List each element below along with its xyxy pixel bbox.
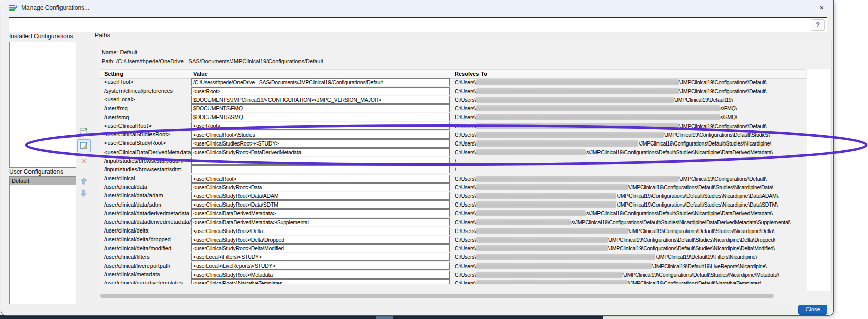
value-cell: $DOCUMENTS\FMQ [191, 104, 451, 113]
value-input[interactable]: <userClinicalDataDerivedMetadata>\Supple… [191, 218, 450, 226]
resolves-suffix: \JMPClinical19\Configurations\Default\ [679, 88, 767, 94]
resolves-cell: C:\Users\\JMPClinical19\Configurations\D… [451, 279, 806, 284]
resolves-prefix: C:\Users\ [455, 176, 476, 182]
edit-configuration-button[interactable] [77, 139, 91, 152]
value-input[interactable]: <userLocal>\LiveReports\<STUDY> [191, 262, 450, 270]
value-cell: <userClinicalStudyRoot>\DataDerivedMetad… [191, 148, 451, 157]
value-cell: <userClinicalStudyRoot>\Delta\Modified [191, 244, 451, 253]
arrow-up-icon [80, 177, 87, 185]
value-cell: <userClinicalStudyRoot>\Metadata [191, 270, 451, 279]
resolves-suffix: s\FMQ\ [720, 105, 737, 111]
config-name-line: Name: Default [102, 49, 137, 55]
user-configurations-label: User Configurations [9, 168, 63, 176]
value-cell: <userClinicalDataDerivedMetadata>\Supple… [191, 218, 451, 226]
installed-configurations-list[interactable] [9, 42, 76, 168]
resolves-cell: C:\Users\\JMPClinical19\Configurations\D… [451, 86, 806, 95]
help-button[interactable]: ? [811, 19, 825, 31]
value-input[interactable]: <userClinicalStudyRoot>\Data [191, 183, 450, 191]
resolves-cell: C:\Users\\JMPClinical19\Configurations\D… [451, 122, 806, 130]
setting-cell: /user/clinical/data/sdtm [100, 200, 191, 209]
setting-cell: /input/studies/browsestart/sdtm [100, 165, 191, 174]
close-button[interactable]: Close [798, 305, 827, 315]
resolves-prefix: C:\Users\ [455, 280, 476, 284]
setting-cell: /input/studies/browsestart/adam [100, 157, 191, 165]
resolves-prefix: C:\Users\ [455, 237, 476, 243]
value-input[interactable]: <userClinicalRoot> [191, 175, 450, 183]
resolves-cell: C:\Users\\JMPClinical19\Configurations\D… [451, 226, 806, 235]
value-cell: <userClinicalStudyRoot>\Data [191, 183, 451, 191]
value-input[interactable]: <userClinicalStudyRoot>\Delta [191, 227, 450, 235]
value-input[interactable]: <userRoot> [191, 122, 450, 130]
setting-cell: <userRoot> [100, 78, 191, 86]
resolves-prefix: C:\Users\ [455, 210, 476, 216]
column-header-value: Value [191, 70, 451, 78]
list-item-default[interactable]: Default [10, 177, 76, 185]
delete-configuration-button[interactable]: ✕ [77, 155, 91, 167]
value-cell: <userRoot> [191, 86, 451, 95]
value-input[interactable]: <userClinicalDataDerivedMetadata> [191, 209, 450, 217]
redacted-text [476, 254, 655, 260]
setting-cell: /user/clinical/narrativetemplates [100, 279, 191, 284]
horizontal-scrollbar-thumb[interactable] [100, 294, 774, 298]
value-input[interactable]: <userClinicalStudyRoot>\Data\SDTM [191, 200, 450, 209]
value-cell: <userClinicalStudyRoot>\Data\SDTM [191, 200, 451, 209]
column-header-setting: Setting [100, 70, 191, 78]
value-cell: <userClinicalStudyRoot>\Delta\Dropped [191, 235, 451, 244]
setting-cell: /user/clinical/data [100, 183, 191, 191]
value-input[interactable]: $DOCUMENTS\SMQ [191, 113, 450, 121]
resolves-cell: C:\Users\\JMPClinical19\Configurations\D… [451, 270, 806, 279]
table-row: /system/clinical/preferences<userRoot>C:… [100, 86, 806, 95]
move-up-button[interactable] [77, 175, 91, 187]
value-input[interactable]: <userClinicalStudyRoot>\Data\ADAM [191, 192, 450, 200]
resolves-suffix: \JMPClinical19\Default19\ [674, 97, 733, 103]
value-input[interactable]: $DOCUMENTS/JMPClinical19/<CONFIGURATION>… [191, 96, 450, 104]
value-input[interactable]: <userClinicalStudyRoot>\Metadata [191, 271, 450, 279]
resolves-suffix: \JMPClinical19\Configurations\Default\St… [608, 245, 775, 251]
resolves-suffix: \JMPClinical19\Configurations\Default\ [679, 176, 767, 182]
setting-cell: /system/clinical/preferences [100, 86, 191, 95]
resolves-prefix: \ [455, 166, 456, 172]
value-input[interactable]: <userClinicalStudyRoot>\DataDerivedMetad… [191, 148, 450, 156]
window-close-icon[interactable]: × [816, 2, 827, 13]
resolves-prefix: C:\Users\ [455, 97, 476, 103]
resolves-suffix: s\JMPClinical19\Configurations\Default\S… [586, 149, 773, 155]
value-input[interactable]: <userClinicalStudyRoot>\Delta\Modified [191, 244, 450, 252]
value-input[interactable]: <userRoot> [191, 87, 450, 95]
table-row: <userClinicalStudiesRoot><userClinicalRo… [100, 130, 806, 139]
value-cell: <userClinicalDataDerivedMetadata> [191, 209, 451, 218]
add-configuration-button[interactable] [77, 125, 91, 137]
table-row: /user/clinical/filters<userLocal>\Filter… [100, 253, 806, 262]
value-input[interactable]: <userClinicalStudiesRoot>\<STUDY> [191, 139, 450, 148]
value-input[interactable]: <userClinicalRoot>\NarrativeTemplates [191, 279, 450, 284]
value-input[interactable] [191, 157, 450, 165]
resolves-suffix: \JMPClinical19\Configurations\Default\St… [623, 272, 779, 278]
move-down-button[interactable] [77, 187, 91, 200]
arrow-down-icon [80, 190, 87, 197]
resolves-cell: C:\Users\\JMPClinical19\Default19\LiveRe… [451, 262, 806, 270]
redacted-text [476, 114, 720, 120]
name-value: Default [119, 49, 137, 55]
resolves-suffix: \JMPClinical19\Configurations\Default\ [679, 123, 767, 129]
add-configuration-icon [80, 127, 88, 135]
value-input[interactable]: $DOCUMENTS\FMQ [191, 104, 450, 112]
setting-cell: /user/smq [100, 113, 191, 122]
value-input[interactable]: <userClinicalRoot>\Studies [191, 131, 450, 139]
setting-cell: /user/clinical/data/adam [100, 191, 191, 200]
value-cell: <userClinicalRoot>\NarrativeTemplates [191, 279, 451, 284]
value-input[interactable]: <userClinicalStudyRoot>\Delta\Dropped [191, 236, 450, 244]
table-row: /user/smq$DOCUMENTS\SMQC:\Users\s\SMQ\ [100, 113, 806, 122]
resolves-prefix: C:\Users\ [455, 149, 476, 155]
table-row: /user/clinical/delta<userClinicalStudyRo… [100, 226, 806, 235]
resolves-prefix: C:\Users\ [455, 88, 476, 94]
setting-cell: <userLocal> [100, 95, 191, 104]
path-value: /C:/Users/thpede/OneDrive - SAS/Document… [116, 58, 323, 64]
value-input[interactable]: /C:/Users/thpede/OneDrive - SAS/Document… [191, 78, 450, 86]
horizontal-scrollbar[interactable] [100, 294, 806, 298]
value-input[interactable]: <userLocal>\Filters\<STUDY> [191, 253, 450, 261]
resolves-prefix: C:\Users\ [455, 193, 476, 199]
redacted-text [476, 280, 628, 284]
value-cell: <userLocal>\Filters\<STUDY> [191, 253, 451, 262]
user-configurations-list[interactable]: Default [9, 176, 76, 304]
value-input[interactable] [191, 165, 450, 173]
resolves-suffix: s\JMPClinical19\Configurations\Default\S… [571, 219, 791, 225]
